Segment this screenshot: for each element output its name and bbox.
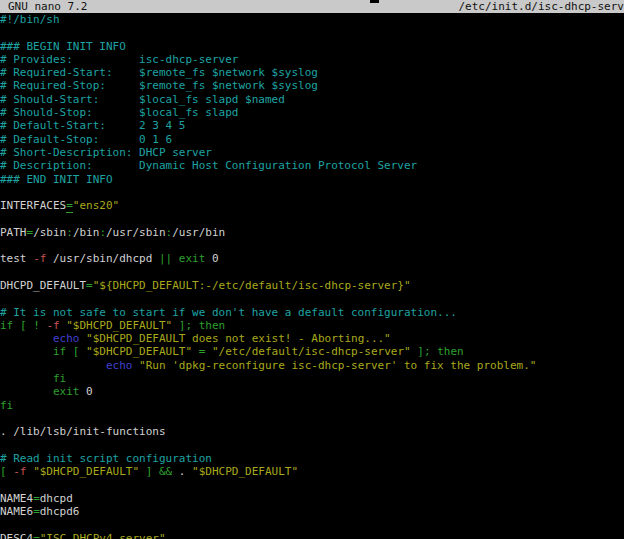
code-segment: ]; (417, 345, 430, 358)
code-segment: # It is not safe to start if we don't ha… (0, 306, 457, 319)
code-segment: exit (53, 385, 80, 398)
code-segment (152, 465, 159, 478)
code-segment: # Default-Start: 2 3 4 5 (0, 119, 185, 132)
code-segment: "Run 'dpkg-reconfigure isc-dhcp-server' … (139, 359, 536, 372)
code-segment (139, 465, 146, 478)
code-segment: "$DHCPD_DEFAULT" (192, 465, 298, 478)
code-line-7: # Should-Start: $local_fs slapd $named (0, 93, 624, 106)
code-segment: /usr/bin (172, 226, 225, 239)
code-segment: echo (106, 359, 133, 372)
code-line-19: test -f /usr/sbin/dhcpd || exit 0 (0, 252, 624, 265)
code-line-11: # Short-Description: DHCP server (0, 146, 624, 159)
code-line-26: if [ "$DHCPD_DEFAULT" = "/etc/default/is… (0, 345, 624, 358)
code-line-12: # Description: Dynamic Host Configuratio… (0, 159, 624, 172)
code-line-37: NAME4=dhcpd (0, 492, 624, 505)
code-line-16 (0, 212, 624, 225)
code-line-6: # Required-Stop: $remote_fs $network $sy… (0, 79, 624, 92)
code-segment: . (172, 465, 192, 478)
code-segment: /usr/sbin/dhcpd (46, 252, 159, 265)
code-segment: if (0, 319, 13, 332)
code-line-21: DHCPD_DEFAULT="${DHCPD_DEFAULT:-/etc/def… (0, 279, 624, 292)
code-segment: if (53, 345, 66, 358)
code-segment (192, 319, 199, 332)
nano-terminal-window: GNU nano 7.2 /etc/init.d/isc-dhcp-serv #… (0, 0, 624, 539)
code-segment: then (437, 345, 464, 358)
code-segment: -f (33, 252, 46, 265)
code-line-35: [ -f "$DHCPD_DEFAULT" ] && . "$DHCPD_DEF… (0, 465, 624, 478)
code-segment: ### END INIT INFO (0, 173, 113, 186)
code-line-30: fi (0, 399, 624, 412)
code-segment: || (159, 252, 172, 265)
code-segment: -f (46, 319, 59, 332)
code-segment: DESC4 (0, 532, 33, 539)
code-segment (0, 345, 53, 358)
code-segment: INTERFACES (0, 199, 66, 212)
code-line-23: # It is not safe to start if we don't ha… (0, 306, 624, 319)
code-line-36 (0, 478, 624, 491)
code-line-3: ### BEGIN INIT INFO (0, 40, 624, 53)
code-segment: DHCPD_DEFAULT (0, 279, 86, 292)
cursor[interactable]: = (66, 199, 73, 213)
code-segment: "ISC DHCPv4 server" (40, 532, 166, 539)
code-line-18 (0, 239, 624, 252)
code-segment: dhcpd (40, 492, 73, 505)
code-line-20 (0, 266, 624, 279)
code-line-33 (0, 439, 624, 452)
code-segment: # Required-Stop: $remote_fs $network $sy… (0, 79, 318, 92)
nano-app-version: GNU nano 7.2 (0, 0, 87, 13)
code-segment: test (0, 252, 33, 265)
code-line-10: # Default-Stop: 0 1 6 (0, 133, 624, 146)
code-segment (13, 319, 20, 332)
code-segment: "$DHCPD_DEFAULT" (86, 345, 192, 358)
titlebar-notch (370, 0, 379, 3)
code-line-4: # Provides: isc-dhcp-server (0, 53, 624, 66)
code-segment: # Short-Description: DHCP server (0, 146, 212, 159)
code-segment: # Required-Start: $remote_fs $network $s… (0, 66, 318, 79)
code-segment: echo (53, 332, 80, 345)
code-segment: = (86, 279, 93, 292)
code-segment: # Description: Dynamic Host Configuratio… (0, 159, 417, 172)
code-segment: ### BEGIN INIT INFO (0, 40, 126, 53)
code-line-15: INTERFACES="ens20" (0, 199, 624, 212)
code-segment: "$DHCPD_DEFAULT" (66, 319, 172, 332)
code-segment: # Should-Start: $local_fs slapd $named (0, 93, 285, 106)
code-segment (0, 359, 106, 372)
editor-buffer[interactable]: #!/bin/sh### BEGIN INIT INFO# Provides: … (0, 13, 624, 539)
code-segment: "/etc/default/isc-dhcp-server" (212, 345, 411, 358)
code-line-5: # Required-Start: $remote_fs $network $s… (0, 66, 624, 79)
code-segment: /sbin (33, 226, 66, 239)
code-segment: # Provides: isc-dhcp-server (0, 53, 238, 66)
code-segment: dhcpd6 (40, 505, 80, 518)
code-segment: = (33, 492, 40, 505)
code-segment (66, 345, 73, 358)
code-line-39 (0, 518, 624, 531)
code-segment: then (199, 319, 226, 332)
code-segment: PATH (0, 226, 27, 239)
code-line-9: # Default-Start: 2 3 4 5 (0, 119, 624, 132)
code-segment: NAME6 (0, 505, 33, 518)
code-line-32: . /lib/lsb/init-functions (0, 425, 624, 438)
code-segment: 0 (205, 252, 218, 265)
code-segment (192, 345, 199, 358)
code-segment: : (66, 226, 73, 239)
code-line-8: # Should-Stop: $local_fs slapd (0, 106, 624, 119)
code-segment (172, 252, 179, 265)
code-segment: NAME4 (0, 492, 33, 505)
code-line-25: echo "$DHCPD_DEFAULT does not exist! - A… (0, 332, 624, 345)
code-segment: /bin (73, 226, 100, 239)
code-segment: = (33, 505, 40, 518)
code-segment: exit (179, 252, 206, 265)
code-segment: # Should-Stop: $local_fs slapd (0, 106, 238, 119)
code-line-40: DESC4="ISC DHCPv4 server" (0, 532, 624, 539)
code-segment: #!/bin/sh (0, 13, 60, 26)
code-segment (172, 319, 179, 332)
code-line-24: if [ ! -f "$DHCPD_DEFAULT" ]; then (0, 319, 624, 332)
code-segment: /usr/sbin (106, 226, 166, 239)
code-segment: ! (33, 319, 40, 332)
code-segment: "ens20" (73, 199, 119, 212)
code-segment: . /lib/lsb/init-functions (0, 425, 166, 438)
code-segment: [ (0, 465, 7, 478)
code-segment: : (99, 226, 106, 239)
code-segment (0, 372, 53, 385)
code-line-28: fi (0, 372, 624, 385)
